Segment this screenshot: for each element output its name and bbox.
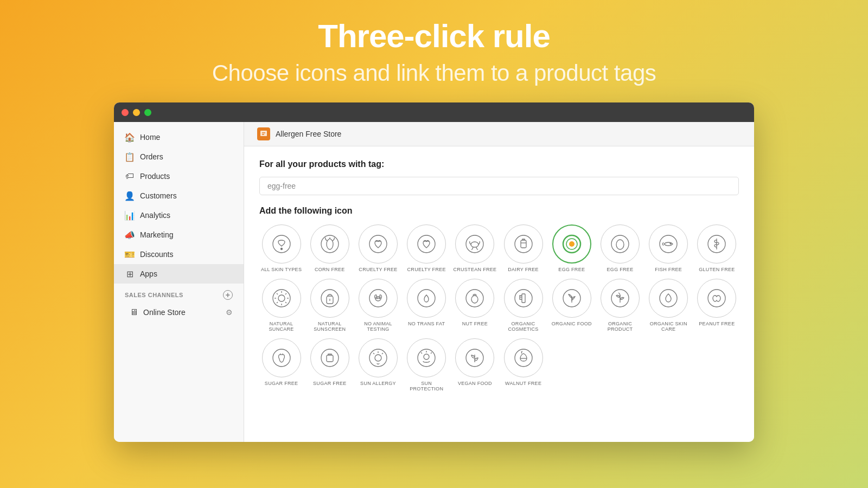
icon-item[interactable]: FISH FREE [647, 224, 691, 272]
icon-label: NATURAL SUNCARE [259, 321, 303, 332]
svg-point-37 [418, 290, 435, 307]
main-content: Allergen Free Store For all your product… [244, 122, 754, 442]
icon-label: EGG FREE [607, 267, 634, 272]
icon-label: ORGANIC PRODUCT [598, 321, 642, 332]
icon-circle [407, 338, 446, 377]
icon-item[interactable]: NUT FREE [453, 279, 497, 332]
icon-item[interactable]: SUN PROTECTION [405, 338, 449, 391]
icon-item[interactable]: CRUSTEAN FREE [453, 224, 497, 272]
tag-label: For all your products with tag: [259, 159, 739, 169]
icon-item[interactable]: CRUELTY FREE [405, 224, 449, 272]
icon-item[interactable]: PEANUT FREE [695, 279, 739, 332]
analytics-icon: 📊 [125, 210, 135, 220]
apps-icon: ⊞ [125, 269, 135, 279]
svg-point-48 [321, 349, 339, 367]
svg-point-35 [376, 298, 378, 299]
icon-item[interactable]: SUGAR FREE [308, 338, 352, 391]
icon-circle [262, 279, 301, 318]
sidebar-item-products[interactable]: 🏷 Products [114, 166, 244, 186]
icon-circle [359, 279, 398, 318]
close-button[interactable] [122, 109, 129, 116]
icon-item[interactable]: ALL SKIN TYPES [259, 224, 303, 272]
icon-item[interactable]: SUN ALLERGY [356, 338, 400, 391]
svg-point-31 [321, 290, 339, 307]
content-body: For all your products with tag: Add the … [244, 146, 754, 404]
sub-title: Choose icons and link them to a product … [0, 60, 868, 86]
orders-icon: 📋 [125, 152, 135, 162]
icon-label: EGG FREE [558, 267, 585, 272]
icon-item[interactable]: NATURAL SUNSCREEN [308, 279, 352, 332]
svg-rect-12 [521, 240, 526, 248]
icon-item[interactable]: CORN FREE [308, 224, 352, 272]
icon-circle [504, 279, 543, 318]
sidebar-item-home[interactable]: 🏠 Home [114, 127, 244, 147]
icon-label: ORGANIC COSMETICS [501, 321, 545, 332]
icon-label: SUGAR FREE [265, 381, 298, 386]
sidebar-label-discounts: Discounts [140, 250, 173, 259]
icon-label: SUGAR FREE [313, 381, 347, 386]
icon-item[interactable]: EGG FREE [550, 224, 593, 272]
store-logo [257, 127, 270, 140]
icon-label: PEANUT FREE [699, 321, 735, 326]
marketing-icon: 📣 [125, 230, 135, 240]
icon-item[interactable]: WALNUT FREE [501, 338, 545, 391]
icon-item[interactable]: ORGANIC COSMETICS [501, 279, 545, 332]
icon-item[interactable]: GLUTEN FREE [695, 224, 739, 272]
icon-label: CORN FREE [315, 267, 345, 272]
sidebar-item-discounts[interactable]: 🎫 Discounts [114, 245, 244, 264]
icon-item[interactable]: SUGAR FREE [259, 338, 303, 391]
icon-circle [262, 224, 301, 264]
icon-item[interactable]: NO TRANS FAT [405, 279, 449, 332]
svg-point-10 [471, 242, 478, 247]
icon-item[interactable]: DAIRY FREE [501, 224, 545, 272]
icons-grid: ALL SKIN TYPESCORN FREECRUELTY FREECRUEL… [259, 224, 739, 391]
icon-circle [504, 338, 543, 377]
icon-circle [262, 338, 301, 377]
icon-circle [601, 279, 640, 318]
icon-item[interactable]: ORGANIC PRODUCT [598, 279, 642, 332]
icon-label: ORGANIC SKIN CARE [647, 321, 691, 332]
icon-label: DAIRY FREE [508, 267, 539, 272]
sidebar-label-home: Home [140, 133, 160, 142]
svg-rect-0 [260, 131, 267, 136]
minimize-button[interactable] [133, 109, 140, 116]
sales-channels-label: SALES CHANNELS [125, 292, 183, 298]
icon-item[interactable]: CRUELTY FREE [356, 224, 400, 272]
sidebar-item-analytics[interactable]: 📊 Analytics [114, 206, 244, 225]
icon-circle [407, 224, 446, 264]
icon-circle [455, 279, 494, 318]
icon-circle [649, 279, 688, 318]
svg-point-7 [369, 235, 387, 253]
sidebar-item-marketing[interactable]: 📣 Marketing [114, 225, 244, 245]
icon-label: NO ANIMAL TESTING [356, 321, 400, 332]
sidebar-item-customers[interactable]: 👤 Customers [114, 186, 244, 206]
sidebar-item-orders[interactable]: 📋 Orders [114, 147, 244, 166]
icon-item[interactable]: NATURAL SUNCARE [259, 279, 303, 332]
sidebar-item-apps[interactable]: ⊞ Apps [114, 264, 244, 284]
svg-point-36 [379, 298, 380, 299]
svg-rect-41 [522, 294, 525, 303]
add-sales-channel-button[interactable]: + [223, 290, 233, 300]
icon-item[interactable]: NO ANIMAL TESTING [356, 279, 400, 332]
icon-item[interactable]: ORGANIC FOOD [550, 279, 593, 332]
customers-icon: 👤 [125, 191, 135, 201]
online-store-label: Online Store [143, 308, 186, 317]
tag-input[interactable] [259, 177, 739, 195]
products-icon: 🏷 [125, 171, 135, 181]
icon-label: CRUELTY FREE [359, 267, 397, 272]
main-title: Three-click rule [0, 17, 868, 55]
svg-point-22 [278, 295, 285, 301]
svg-point-39 [471, 296, 478, 303]
icon-label: WALNUT FREE [505, 381, 541, 386]
icon-item[interactable]: VEGAN FOOD [453, 338, 497, 391]
sales-channels-header: SALES CHANNELS + [114, 284, 244, 303]
sidebar-label-analytics: Analytics [140, 211, 170, 220]
sidebar-item-online-store[interactable]: 🖥 Online Store ⚙ [114, 303, 244, 322]
icon-circle [601, 224, 640, 264]
svg-point-34 [375, 297, 381, 301]
maximize-button[interactable] [144, 109, 151, 116]
icon-item[interactable]: EGG FREE [598, 224, 642, 272]
settings-icon[interactable]: ⚙ [226, 308, 233, 317]
icon-item[interactable]: ORGANIC SKIN CARE [647, 279, 691, 332]
svg-point-47 [273, 349, 290, 367]
